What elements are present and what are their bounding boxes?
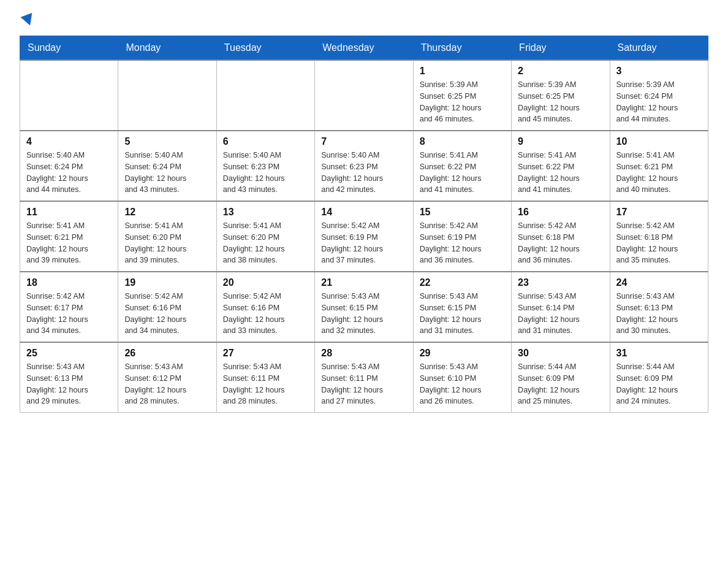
calendar-cell: 5Sunrise: 5:40 AM Sunset: 6:24 PM Daylig… bbox=[118, 131, 216, 201]
calendar-cell: 8Sunrise: 5:41 AM Sunset: 6:22 PM Daylig… bbox=[413, 131, 511, 201]
day-number: 28 bbox=[321, 348, 406, 359]
day-number: 16 bbox=[518, 207, 603, 218]
calendar-cell: 20Sunrise: 5:42 AM Sunset: 6:16 PM Dayli… bbox=[216, 272, 314, 342]
calendar-week-3: 11Sunrise: 5:41 AM Sunset: 6:21 PM Dayli… bbox=[20, 201, 708, 272]
day-number: 19 bbox=[124, 277, 210, 288]
calendar-cell: 2Sunrise: 5:39 AM Sunset: 6:25 PM Daylig… bbox=[512, 60, 610, 131]
calendar-header: SundayMondayTuesdayWednesdayThursdayFrid… bbox=[20, 36, 708, 61]
calendar-cell bbox=[20, 60, 118, 131]
weekday-header-sunday: Sunday bbox=[20, 36, 118, 61]
day-info: Sunrise: 5:39 AM Sunset: 6:25 PM Dayligh… bbox=[420, 79, 505, 125]
weekday-header-tuesday: Tuesday bbox=[216, 36, 314, 61]
calendar-cell: 25Sunrise: 5:43 AM Sunset: 6:13 PM Dayli… bbox=[20, 342, 118, 413]
day-info: Sunrise: 5:42 AM Sunset: 6:19 PM Dayligh… bbox=[321, 220, 406, 266]
calendar-cell: 22Sunrise: 5:43 AM Sunset: 6:15 PM Dayli… bbox=[413, 272, 511, 342]
day-info: Sunrise: 5:39 AM Sunset: 6:25 PM Dayligh… bbox=[518, 79, 603, 125]
calendar-cell: 9Sunrise: 5:41 AM Sunset: 6:22 PM Daylig… bbox=[512, 131, 610, 201]
calendar-cell: 17Sunrise: 5:42 AM Sunset: 6:18 PM Dayli… bbox=[610, 201, 708, 272]
day-info: Sunrise: 5:44 AM Sunset: 6:09 PM Dayligh… bbox=[616, 361, 702, 407]
day-number: 21 bbox=[321, 277, 406, 288]
calendar-table: SundayMondayTuesdayWednesdayThursdayFrid… bbox=[20, 36, 708, 413]
day-info: Sunrise: 5:40 AM Sunset: 6:23 PM Dayligh… bbox=[223, 150, 308, 196]
day-info: Sunrise: 5:42 AM Sunset: 6:17 PM Dayligh… bbox=[26, 291, 112, 337]
day-info: Sunrise: 5:43 AM Sunset: 6:13 PM Dayligh… bbox=[616, 291, 702, 337]
calendar-cell: 4Sunrise: 5:40 AM Sunset: 6:24 PM Daylig… bbox=[20, 131, 118, 201]
day-info: Sunrise: 5:39 AM Sunset: 6:24 PM Dayligh… bbox=[616, 79, 702, 125]
day-number: 23 bbox=[518, 277, 603, 288]
calendar-cell: 21Sunrise: 5:43 AM Sunset: 6:15 PM Dayli… bbox=[315, 272, 413, 342]
day-number: 1 bbox=[420, 66, 505, 77]
day-info: Sunrise: 5:41 AM Sunset: 6:22 PM Dayligh… bbox=[420, 150, 505, 196]
day-number: 15 bbox=[420, 207, 505, 218]
calendar-cell: 6Sunrise: 5:40 AM Sunset: 6:23 PM Daylig… bbox=[216, 131, 314, 201]
weekday-header-monday: Monday bbox=[118, 36, 216, 61]
day-number: 17 bbox=[616, 207, 702, 218]
day-number: 10 bbox=[616, 136, 702, 147]
weekday-header-friday: Friday bbox=[512, 36, 610, 61]
day-number: 13 bbox=[223, 207, 308, 218]
calendar-cell: 10Sunrise: 5:41 AM Sunset: 6:21 PM Dayli… bbox=[610, 131, 708, 201]
day-number: 14 bbox=[321, 207, 406, 218]
calendar-cell: 30Sunrise: 5:44 AM Sunset: 6:09 PM Dayli… bbox=[512, 342, 610, 413]
calendar-cell: 24Sunrise: 5:43 AM Sunset: 6:13 PM Dayli… bbox=[610, 272, 708, 342]
calendar-cell: 18Sunrise: 5:42 AM Sunset: 6:17 PM Dayli… bbox=[20, 272, 118, 342]
day-info: Sunrise: 5:43 AM Sunset: 6:11 PM Dayligh… bbox=[223, 361, 308, 407]
day-number: 7 bbox=[321, 136, 406, 147]
day-info: Sunrise: 5:42 AM Sunset: 6:19 PM Dayligh… bbox=[420, 220, 505, 266]
day-info: Sunrise: 5:44 AM Sunset: 6:09 PM Dayligh… bbox=[518, 361, 603, 407]
calendar-cell bbox=[315, 60, 413, 131]
calendar-cell: 29Sunrise: 5:43 AM Sunset: 6:10 PM Dayli… bbox=[413, 342, 511, 413]
day-number: 20 bbox=[223, 277, 308, 288]
day-info: Sunrise: 5:43 AM Sunset: 6:15 PM Dayligh… bbox=[420, 291, 505, 337]
day-number: 30 bbox=[518, 348, 603, 359]
day-number: 29 bbox=[420, 348, 505, 359]
calendar-cell: 28Sunrise: 5:43 AM Sunset: 6:11 PM Dayli… bbox=[315, 342, 413, 413]
calendar-cell bbox=[216, 60, 314, 131]
day-number: 12 bbox=[124, 207, 210, 218]
day-info: Sunrise: 5:42 AM Sunset: 6:18 PM Dayligh… bbox=[518, 220, 603, 266]
day-number: 5 bbox=[124, 136, 210, 147]
day-info: Sunrise: 5:41 AM Sunset: 6:20 PM Dayligh… bbox=[124, 220, 210, 266]
day-info: Sunrise: 5:43 AM Sunset: 6:11 PM Dayligh… bbox=[321, 361, 406, 407]
calendar-cell: 19Sunrise: 5:42 AM Sunset: 6:16 PM Dayli… bbox=[118, 272, 216, 342]
day-number: 3 bbox=[616, 66, 702, 77]
day-info: Sunrise: 5:43 AM Sunset: 6:14 PM Dayligh… bbox=[518, 291, 603, 337]
logo-triangle-icon bbox=[21, 13, 36, 28]
logo bbox=[20, 15, 34, 23]
calendar-cell: 16Sunrise: 5:42 AM Sunset: 6:18 PM Dayli… bbox=[512, 201, 610, 272]
calendar-cell bbox=[118, 60, 216, 131]
day-info: Sunrise: 5:40 AM Sunset: 6:24 PM Dayligh… bbox=[26, 150, 112, 196]
calendar-cell: 15Sunrise: 5:42 AM Sunset: 6:19 PM Dayli… bbox=[413, 201, 511, 272]
day-info: Sunrise: 5:42 AM Sunset: 6:18 PM Dayligh… bbox=[616, 220, 702, 266]
day-info: Sunrise: 5:43 AM Sunset: 6:10 PM Dayligh… bbox=[420, 361, 505, 407]
day-number: 22 bbox=[420, 277, 505, 288]
day-info: Sunrise: 5:41 AM Sunset: 6:21 PM Dayligh… bbox=[26, 220, 112, 266]
day-number: 25 bbox=[26, 348, 112, 359]
calendar-cell: 7Sunrise: 5:40 AM Sunset: 6:23 PM Daylig… bbox=[315, 131, 413, 201]
calendar-body: 1Sunrise: 5:39 AM Sunset: 6:25 PM Daylig… bbox=[20, 60, 708, 413]
day-info: Sunrise: 5:41 AM Sunset: 6:21 PM Dayligh… bbox=[616, 150, 702, 196]
day-number: 9 bbox=[518, 136, 603, 147]
calendar-week-4: 18Sunrise: 5:42 AM Sunset: 6:17 PM Dayli… bbox=[20, 272, 708, 342]
day-number: 27 bbox=[223, 348, 308, 359]
day-info: Sunrise: 5:42 AM Sunset: 6:16 PM Dayligh… bbox=[223, 291, 308, 337]
day-info: Sunrise: 5:43 AM Sunset: 6:13 PM Dayligh… bbox=[26, 361, 112, 407]
day-number: 26 bbox=[124, 348, 210, 359]
calendar-cell: 12Sunrise: 5:41 AM Sunset: 6:20 PM Dayli… bbox=[118, 201, 216, 272]
calendar-cell: 26Sunrise: 5:43 AM Sunset: 6:12 PM Dayli… bbox=[118, 342, 216, 413]
calendar-cell: 23Sunrise: 5:43 AM Sunset: 6:14 PM Dayli… bbox=[512, 272, 610, 342]
day-number: 31 bbox=[616, 348, 702, 359]
day-number: 6 bbox=[223, 136, 308, 147]
day-info: Sunrise: 5:43 AM Sunset: 6:15 PM Dayligh… bbox=[321, 291, 406, 337]
day-number: 18 bbox=[26, 277, 112, 288]
calendar-cell: 1Sunrise: 5:39 AM Sunset: 6:25 PM Daylig… bbox=[413, 60, 511, 131]
calendar-cell: 3Sunrise: 5:39 AM Sunset: 6:24 PM Daylig… bbox=[610, 60, 708, 131]
day-info: Sunrise: 5:43 AM Sunset: 6:12 PM Dayligh… bbox=[124, 361, 210, 407]
day-number: 2 bbox=[518, 66, 603, 77]
weekday-header-wednesday: Wednesday bbox=[315, 36, 413, 61]
day-number: 11 bbox=[26, 207, 112, 218]
calendar-week-1: 1Sunrise: 5:39 AM Sunset: 6:25 PM Daylig… bbox=[20, 60, 708, 131]
day-info: Sunrise: 5:42 AM Sunset: 6:16 PM Dayligh… bbox=[124, 291, 210, 337]
weekday-header-thursday: Thursday bbox=[413, 36, 511, 61]
calendar-week-5: 25Sunrise: 5:43 AM Sunset: 6:13 PM Dayli… bbox=[20, 342, 708, 413]
